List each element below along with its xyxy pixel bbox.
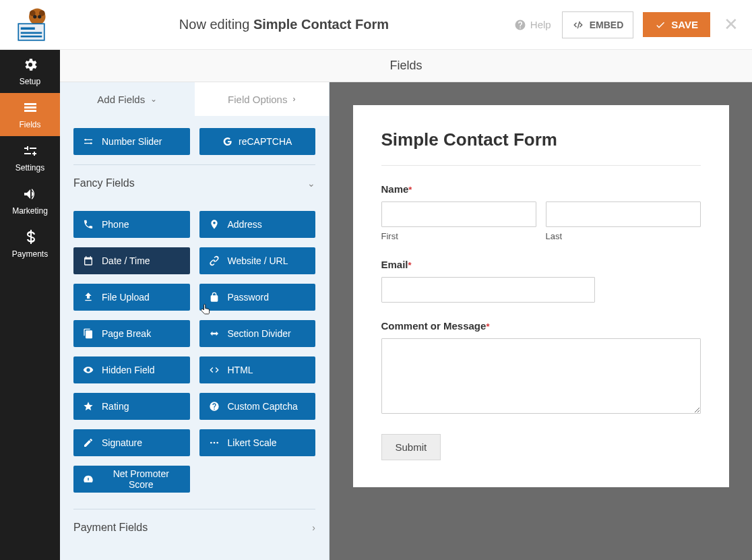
link-icon (209, 255, 220, 266)
form-preview-area: Simple Contact Form Name* First Last (330, 82, 752, 560)
upload-icon (83, 292, 94, 303)
dollar-icon (22, 229, 38, 245)
left-nav: Setup Fields Settings Marketing Payments (0, 50, 60, 560)
field-website-url[interactable]: Website / URL (199, 247, 316, 274)
last-name-input[interactable] (546, 201, 701, 227)
eye-icon (83, 365, 94, 375)
first-sublabel: First (381, 231, 536, 241)
field-likert-scale[interactable]: Likert Scale (199, 429, 316, 456)
help-link[interactable]: Help (514, 19, 551, 31)
field-comment[interactable]: Comment or Message* (381, 320, 701, 416)
gauge-icon (83, 474, 94, 485)
submit-button[interactable]: Submit (381, 434, 441, 460)
embed-button[interactable]: EMBED (562, 11, 634, 38)
panel-header: Fields (60, 50, 752, 82)
arrows-h-icon (209, 328, 220, 339)
chevron-right-icon: › (292, 94, 295, 104)
svg-rect-14 (21, 35, 42, 37)
comment-textarea[interactable] (381, 338, 701, 414)
first-name-input[interactable] (381, 201, 536, 227)
last-sublabel: Last (546, 231, 701, 241)
section-fancy-fields[interactable]: Fancy Fields ⌄ (73, 164, 315, 199)
question-icon (209, 401, 220, 412)
gear-icon (22, 57, 38, 73)
field-password[interactable]: Password (199, 284, 316, 311)
nav-payments[interactable]: Payments (0, 222, 60, 266)
section-payment-fields[interactable]: Payment Fields › (73, 509, 315, 543)
layout-icon (22, 100, 38, 116)
star-icon (83, 401, 94, 412)
megaphone-icon (22, 186, 38, 202)
form-title: Simple Contact Form (381, 129, 701, 166)
top-field-grid: Number Slider reCAPTCHA (73, 116, 315, 164)
chevron-down-icon: ⌄ (150, 94, 157, 104)
field-hidden-field[interactable]: Hidden Field (73, 356, 190, 383)
app-logo (13, 5, 54, 45)
dots-icon (209, 437, 220, 448)
sliders-icon (22, 143, 38, 159)
chevron-right-icon: › (312, 522, 315, 533)
copy-icon (83, 328, 94, 339)
field-html[interactable]: HTML (199, 356, 316, 383)
nav-settings[interactable]: Settings (0, 136, 60, 179)
field-file-upload[interactable]: File Upload (73, 284, 190, 311)
field-net-promoter-score[interactable]: Net Promoter Score (73, 466, 190, 493)
fancy-field-grid: PhoneAddressDate / TimeWebsite / URLFile… (73, 199, 315, 502)
field-recaptcha[interactable]: reCAPTCHA (199, 128, 316, 155)
svg-point-10 (38, 15, 41, 18)
editing-title: Now editing Simple Contact Form (54, 17, 514, 32)
slider-icon (83, 136, 94, 147)
comment-label: Comment or Message* (381, 320, 701, 332)
field-name[interactable]: Name* First Last (381, 183, 701, 241)
close-icon[interactable]: ✕ (724, 14, 739, 35)
phone-icon (83, 219, 94, 230)
nav-setup[interactable]: Setup (0, 50, 60, 93)
field-number-slider[interactable]: Number Slider (73, 128, 190, 155)
pin-icon (209, 219, 220, 230)
field-section-divider[interactable]: Section Divider (199, 320, 316, 347)
field-custom-captcha[interactable]: Custom Captcha (199, 393, 316, 420)
nav-fields[interactable]: Fields (0, 93, 60, 136)
field-date-time[interactable]: Date / Time (73, 247, 190, 274)
name-label: Name* (381, 183, 701, 195)
google-icon (222, 136, 233, 147)
svg-rect-13 (21, 32, 42, 34)
tab-field-options[interactable]: Field Options› (195, 82, 330, 116)
field-signature[interactable]: Signature (73, 429, 190, 456)
svg-rect-12 (21, 27, 35, 30)
lock-icon (209, 292, 220, 303)
field-address[interactable]: Address (199, 211, 316, 238)
save-button[interactable]: SAVE (643, 12, 710, 37)
calendar-icon (83, 255, 94, 266)
field-page-break[interactable]: Page Break (73, 320, 190, 347)
email-label: Email* (381, 259, 701, 270)
email-input[interactable] (381, 277, 596, 303)
tab-add-fields[interactable]: Add Fields⌄ (60, 82, 195, 116)
form-card: Simple Contact Form Name* First Last (353, 105, 729, 487)
pencil-icon (83, 437, 94, 448)
field-email[interactable]: Email* (381, 259, 701, 303)
code-icon (209, 365, 220, 375)
field-rating[interactable]: Rating (73, 393, 190, 420)
field-phone[interactable]: Phone (73, 211, 190, 238)
svg-point-9 (33, 15, 36, 18)
nav-marketing[interactable]: Marketing (0, 179, 60, 222)
chevron-down-icon: ⌄ (307, 178, 315, 189)
